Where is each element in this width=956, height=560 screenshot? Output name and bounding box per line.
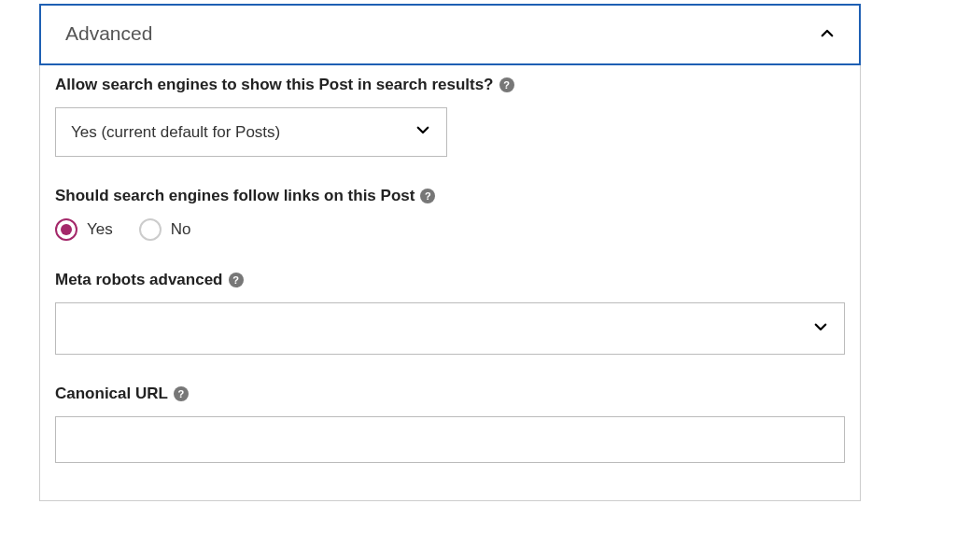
field-canonical-url: Canonical URL ?: [55, 385, 845, 463]
allow-search-label: Allow search engines to show this Post i…: [55, 76, 494, 94]
follow-links-label: Should search engines follow links on th…: [55, 187, 415, 205]
allow-search-selected-value: Yes (current default for Posts): [71, 123, 280, 142]
field-meta-robots: Meta robots advanced ?: [55, 271, 845, 355]
field-allow-search: Allow search engines to show this Post i…: [55, 76, 845, 157]
help-icon[interactable]: ?: [420, 189, 435, 203]
accordion-title: Advanced: [65, 22, 152, 45]
chevron-up-icon: [818, 24, 836, 43]
chevron-down-icon: [812, 318, 829, 340]
radio-dot: [61, 224, 72, 235]
radio-indicator: [55, 218, 77, 241]
advanced-panel: Advanced Allow search engines to show th…: [39, 4, 861, 501]
allow-search-select[interactable]: Yes (current default for Posts): [55, 107, 447, 157]
canonical-url-label: Canonical URL: [55, 385, 168, 403]
help-icon[interactable]: ?: [174, 386, 189, 401]
follow-links-radio-group: Yes No: [55, 218, 845, 241]
help-icon[interactable]: ?: [229, 273, 244, 287]
accordion-toggle-advanced[interactable]: Advanced: [39, 4, 861, 65]
field-follow-links: Should search engines follow links on th…: [55, 187, 845, 241]
radio-yes-label: Yes: [87, 220, 113, 239]
help-icon[interactable]: ?: [499, 77, 514, 92]
radio-indicator: [139, 218, 162, 241]
follow-links-radio-no[interactable]: No: [139, 218, 191, 241]
chevron-down-icon: [415, 121, 431, 143]
meta-robots-label: Meta robots advanced: [55, 271, 223, 289]
meta-robots-select[interactable]: [55, 302, 845, 355]
canonical-url-input[interactable]: [55, 416, 845, 463]
follow-links-radio-yes[interactable]: Yes: [55, 218, 113, 241]
panel-body: Allow search engines to show this Post i…: [40, 64, 860, 500]
radio-no-label: No: [171, 220, 191, 239]
